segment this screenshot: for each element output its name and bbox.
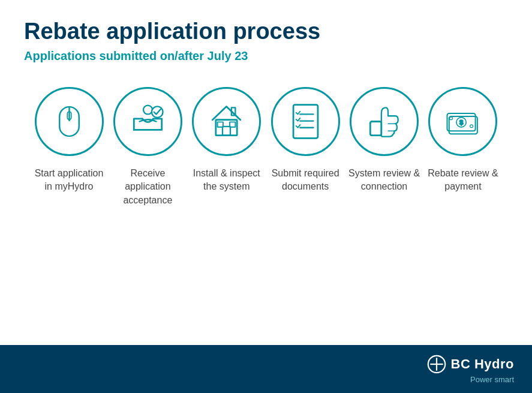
bc-hydro-logo: BC Hydro Power smart [427,355,514,384]
cash-icon: $ [443,102,482,141]
step-3: Install & inspect the system [188,87,266,194]
svg-text:$: $ [459,119,464,126]
subtitle: Applications submitted on/after July 23 [24,49,508,63]
thumbsup-icon [365,102,404,141]
step-1: Start application in myHydro [30,87,108,194]
step-6-circle: $ [428,87,497,156]
step-4-label: Submit required documents [266,167,344,194]
step-6-label: Rebate review & payment [424,167,502,194]
step-2: Receive application acceptance [109,87,187,207]
step-2-label: Receive application acceptance [109,167,187,207]
step-5-circle [350,87,419,156]
step-4-circle [271,87,340,156]
svg-rect-7 [223,127,230,136]
svg-rect-15 [370,121,381,135]
inbox-check-icon [128,102,167,141]
svg-point-23 [470,125,473,128]
step-6: $ Rebate review & payment [424,87,502,194]
step-3-circle [192,87,261,156]
step-1-circle [35,87,104,156]
step-2-circle [113,87,182,156]
footer: BC Hydro Power smart [0,345,532,393]
step-3-label: Install & inspect the system [188,167,266,194]
checklist-icon [286,102,325,141]
mouse-icon [50,102,89,141]
step-1-label: Start application in myHydro [30,167,108,194]
bc-hydro-icon [427,355,446,374]
svg-point-22 [450,117,453,120]
bc-hydro-brand: BC Hydro [427,355,514,374]
main-content: Rebate application process Applications … [0,0,532,345]
step-4: Submit required documents [266,87,344,194]
house-icon [207,102,246,141]
svg-point-4 [143,105,152,114]
bc-hydro-tagline: Power smart [470,375,514,384]
step-5: System review & connection [345,87,423,194]
steps-container: Start application in myHydro [24,87,508,207]
page-title: Rebate application process [24,19,508,44]
bc-hydro-text: BC Hydro [451,356,514,372]
step-5-label: System review & connection [345,167,423,194]
